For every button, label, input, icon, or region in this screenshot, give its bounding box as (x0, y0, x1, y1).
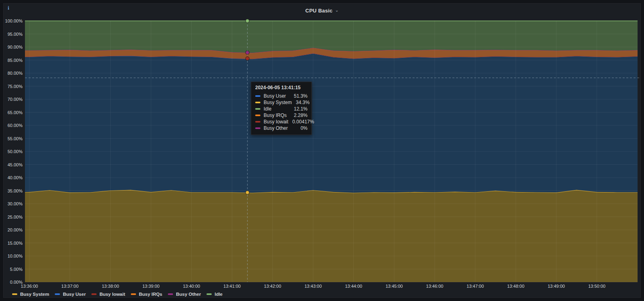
area-busy-user (9, 53, 644, 193)
x-axis-label: 13:44:00 (345, 284, 362, 289)
legend-item-idle[interactable]: Idle (206, 292, 223, 297)
series-color-swatch (255, 95, 260, 97)
x-axis-label: 13:43:00 (304, 284, 322, 289)
tooltip-row-busy-iowait: Busy Iowait0.00417% (255, 119, 308, 125)
series-color-swatch (255, 115, 260, 116)
y-axis-label: 75.00% (8, 84, 23, 89)
tooltip-row-busy-system: Busy System34.3% (255, 99, 308, 106)
y-axis-label: 15.00% (8, 241, 23, 246)
y-axis-label: 100.00% (5, 18, 23, 23)
legend-item-busy-other[interactable]: Busy Other (168, 292, 201, 297)
legend-item-busy-user[interactable]: Busy User (55, 292, 86, 297)
legend-color-swatch (12, 293, 17, 295)
series-value: 12.1% (290, 106, 308, 112)
x-axis-label: 13:36:00 (21, 284, 38, 289)
series-value: 0.00417% (288, 119, 314, 125)
y-axis-label: 25.00% (8, 215, 23, 219)
y-axis-label: 95.00% (8, 32, 23, 37)
y-axis-label: 50.00% (8, 149, 23, 154)
y-axis-label: 20.00% (8, 227, 23, 232)
x-axis-label: 13:42:00 (264, 284, 281, 289)
x-axis-label: 13:39:00 (142, 284, 160, 289)
chart-tooltip: 2024-06-05 13:41:15 Busy User51.3%Busy S… (251, 82, 312, 135)
grafana-dashboard: i CPU Basic ⌄ 0.00%5.00%10.00%15.00%20.0… (0, 0, 644, 301)
legend-label: Busy Other (176, 292, 201, 297)
series-name: Idle (264, 106, 271, 112)
tooltip-row-idle: Idle12.1% (255, 106, 308, 112)
area-idle (9, 21, 644, 53)
legend-color-swatch (91, 293, 97, 295)
x-axis-label: 13:50:00 (588, 284, 605, 289)
series-name: Busy IRQs (264, 113, 287, 118)
series-value: 34.3% (292, 100, 310, 105)
series-value: 2.28% (290, 113, 308, 118)
legend-color-swatch (131, 293, 136, 295)
y-axis-label: 30.00% (8, 201, 23, 206)
tooltip-row-busy-irqs: Busy IRQs2.28% (255, 112, 308, 119)
legend-label: Busy User (63, 292, 86, 297)
y-axis-label: 5.00% (10, 267, 23, 272)
hover-marker-idle (246, 19, 249, 23)
series-value: 51.3% (290, 93, 308, 99)
tooltip-rows: Busy User51.3%Busy System34.3%Idle12.1%B… (255, 93, 308, 131)
hover-marker-busy-iowait (246, 57, 249, 60)
x-axis-label: 13:38:00 (102, 284, 119, 289)
x-axis-labels: 13:36:0013:37:0013:38:0013:39:0013:40:00… (21, 284, 606, 289)
chart-legend: Busy SystemBusy UserBusy IowaitBusy IRQs… (12, 291, 223, 297)
x-axis-label: 13:40:00 (183, 284, 200, 289)
legend-label: Busy Iowait (99, 292, 125, 297)
series-name: Busy User (264, 93, 286, 99)
series-color-swatch (255, 102, 260, 103)
cpu-stacked-area-chart[interactable]: 0.00%5.00%10.00%15.00%20.00%25.00%30.00%… (0, 0, 644, 301)
legend-item-busy-iowait[interactable]: Busy Iowait (91, 292, 125, 297)
legend-item-busy-irqs[interactable]: Busy IRQs (131, 292, 162, 297)
series-color-swatch (255, 108, 260, 110)
legend-item-busy-system[interactable]: Busy System (12, 292, 49, 297)
series-name: Busy System (264, 100, 292, 105)
x-axis-label: 13:48:00 (507, 284, 524, 289)
y-axis-label: 85.00% (8, 58, 23, 63)
y-axis-label: 70.00% (8, 97, 23, 102)
y-axis-label: 60.00% (8, 123, 23, 128)
hover-marker-busy-system (246, 191, 249, 195)
series-value: 0% (297, 125, 308, 131)
y-axis-label: 90.00% (8, 45, 23, 49)
x-axis-label: 13:45:00 (386, 284, 403, 289)
y-axis-label: 65.00% (8, 110, 23, 115)
legend-color-swatch (168, 293, 173, 295)
series-color-swatch (255, 121, 260, 123)
tooltip-row-busy-user: Busy User51.3% (255, 93, 308, 99)
grid-lines (25, 21, 638, 282)
y-axis-label: 45.00% (8, 162, 23, 167)
x-axis-label: 13:41:00 (223, 284, 241, 289)
y-axis-label: 55.00% (8, 136, 23, 141)
legend-label: Busy IRQs (139, 292, 162, 297)
legend-label: Busy System (20, 292, 49, 297)
y-axis-label: 35.00% (8, 188, 23, 193)
y-axis-label: 40.00% (8, 175, 23, 180)
series-name: Busy Iowait (264, 119, 288, 125)
y-axis-label: 10.00% (8, 254, 23, 258)
x-axis-label: 13:46:00 (426, 284, 444, 289)
hover-marker-busy-other (246, 51, 249, 54)
tooltip-timestamp: 2024-06-05 13:41:15 (255, 85, 308, 90)
legend-color-swatch (55, 293, 60, 295)
x-axis-label: 13:47:00 (466, 284, 484, 289)
y-axis-labels: 0.00%5.00%10.00%15.00%20.00%25.00%30.00%… (5, 18, 23, 285)
legend-color-swatch (206, 293, 212, 295)
series-color-swatch (255, 127, 260, 129)
x-axis-label: 13:37:00 (61, 284, 78, 289)
x-axis-label: 13:49:00 (548, 284, 565, 289)
tooltip-row-busy-other: Busy Other0% (255, 125, 308, 131)
legend-label: Idle (215, 292, 223, 297)
y-axis-label: 80.00% (8, 71, 23, 76)
series-name: Busy Other (264, 125, 288, 131)
